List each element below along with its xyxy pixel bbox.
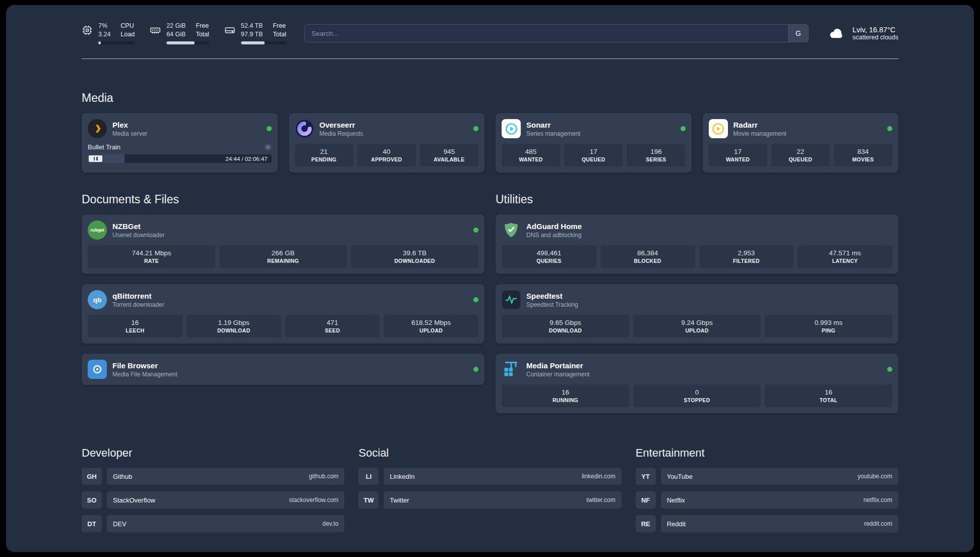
link-linkedin[interactable]: LinkedIn linkedin.com [384,468,621,485]
weather-condition: scattered clouds [852,34,898,41]
links-section: Developer GH Github github.com SO StackO… [82,447,898,552]
filebrowser-icon [88,360,107,379]
app-description: Series management [526,130,580,137]
disk-widget: 52.4 TB Free 97.9 TB Total [224,22,286,44]
app-card-overseerr[interactable]: Overseerr Media Requests 21PENDING 40APP… [289,113,485,173]
pause-button[interactable] [89,155,102,162]
app-card-qbittorrent[interactable]: qb qBittorrent Torrent downloader 16LEEC… [82,284,484,344]
app-name: Media Portainer [526,361,589,370]
app-card-nzbget[interactable]: nzbget NZBGet Usenet downloader 744.21 M… [82,214,484,274]
app-card-filebrowser[interactable]: File Browser Media File Management [82,354,484,385]
section-title-documents: Documents & Files [82,193,484,206]
playback-time: 24:44 / 02:06:47 [225,154,267,163]
cpu-icon [82,25,93,36]
stat-value: 945 [444,148,455,155]
stat-row: 498,461QUERIES 86,384BLOCKED 2,953FILTER… [502,245,892,268]
link-name: StackOverflow [113,496,155,504]
stat-wanted: 17WANTED [709,144,767,166]
section-title-social: Social [358,447,621,460]
link-row: TW Twitter twitter.com [358,491,621,509]
link-github[interactable]: Github github.com [107,468,344,485]
app-name: Plex [112,121,147,130]
link-dev[interactable]: DEV dev.to [107,515,344,532]
stat-label: SERIES [646,156,666,162]
link-netflix[interactable]: Netflix netflix.com [661,491,898,509]
stat-queued: 22QUEUED [771,144,830,166]
link-url: youtube.com [858,473,892,480]
gear-icon[interactable] [264,143,272,151]
link-name: Reddit [667,520,686,528]
documents-column: nzbget NZBGet Usenet downloader 744.21 M… [82,214,484,385]
media-card-row: Plex Media server Bullet Train 24:44 / 0… [82,113,898,173]
stat-value: 0.993 ms [815,319,843,326]
link-row: SO StackOverflow stackoverflow.com [82,491,344,509]
app-card-plex[interactable]: Plex Media server Bullet Train 24:44 / 0… [82,113,278,173]
stat-series: 196SERIES [627,144,685,166]
stat-value: 39.6 TB [403,249,426,257]
stat-label: APPROVED [371,156,402,162]
search-engine-button[interactable]: G [788,25,808,42]
link-abbr: YT [636,468,656,485]
stat-value: 618.52 Mbps [411,319,451,326]
link-abbr: RE [636,515,656,532]
stat-download: 1.19 GbpsDOWNLOAD [187,315,281,338]
weather-widget: Lviv, 16.87°C scattered clouds [827,25,898,41]
app-card-speedtest[interactable]: Speedtest Speedtest Tracking 9.65 GbpsDO… [496,284,898,344]
stat-label: AVAILABLE [434,156,464,162]
stat-label: UPLOAD [419,327,443,333]
disk-free-value: 52.4 TB [241,22,263,30]
stat-value: 16 [562,388,569,396]
stat-seed: 471SEED [285,315,380,338]
app-description: DNS and adblocking [526,232,582,239]
link-abbr: TW [358,491,379,509]
link-reddit[interactable]: Reddit reddit.com [661,515,898,532]
link-name: Netflix [667,496,685,504]
app-card-portainer[interactable]: Media Portainer Container management 16R… [496,354,898,413]
stat-label: LEECH [126,327,144,333]
app-card-sonarr[interactable]: Sonarr Series management 485WANTED 17QUE… [496,113,692,173]
app-name: NZBGet [112,222,164,231]
link-twitter[interactable]: Twitter twitter.com [384,491,621,509]
section-title-utilities: Utilities [496,193,898,206]
links-column-social: Social LI LinkedIn linkedin.com TW Twitt… [358,447,621,539]
stat-label: REMAINING [267,258,299,264]
stat-queued: 17QUEUED [564,144,623,166]
link-name: DEV [113,520,127,528]
stat-label: DOWNLOAD [217,327,250,333]
link-abbr: SO [82,491,102,509]
app-card-adguard[interactable]: AdGuard Home DNS and adblocking 498,461Q… [496,214,898,274]
link-youtube[interactable]: YouTube youtube.com [661,468,898,485]
link-name: Twitter [390,496,409,504]
app-description: Torrent downloader [112,301,164,308]
app-card-radarr[interactable]: Radarr Movie management 17WANTED 22QUEUE… [703,113,899,173]
stat-label: MOVIES [852,156,874,162]
ram-progress-bar [166,41,209,44]
status-dot [887,367,892,372]
stat-approved: 40APPROVED [357,144,416,166]
stat-blocked: 86,384BLOCKED [600,245,695,268]
section-title-media: Media [82,91,898,105]
links-column-entertainment: Entertainment YT YouTube youtube.com NF … [636,447,898,539]
now-playing-row: Bullet Train [88,143,272,151]
app-name: File Browser [112,361,177,370]
stat-filtered: 2,953FILTERED [699,245,794,268]
stat-row: 9.65 GbpsDOWNLOAD 9.24 GbpsUPLOAD 0.993 … [502,315,892,338]
link-row: YT YouTube youtube.com [636,468,898,485]
stat-total: 16TOTAL [765,384,892,407]
ram-icon [150,25,161,36]
link-stackoverflow[interactable]: StackOverflow stackoverflow.com [107,491,344,509]
stat-row: 485WANTED 17QUEUED 196SERIES [502,144,686,166]
stat-value: 2,953 [738,249,755,257]
link-row: RE Reddit reddit.com [636,515,898,532]
ram-total-value: 64 GiB [166,31,186,39]
stat-value: 471 [327,319,338,326]
qbittorrent-icon-text: qb [93,296,102,304]
link-url: linkedin.com [582,473,616,480]
dashboard-content: 7% CPU 3.24 Load 22 GiB Free 64 GiB Tota… [82,5,898,552]
cpu-load-label: Load [120,31,135,39]
status-dot [681,126,686,131]
stat-value: 17 [590,148,597,155]
search-input[interactable] [305,25,788,42]
status-dot [473,297,478,302]
stat-row: 16LEECH 1.19 GbpsDOWNLOAD 471SEED 618.52… [88,315,478,338]
